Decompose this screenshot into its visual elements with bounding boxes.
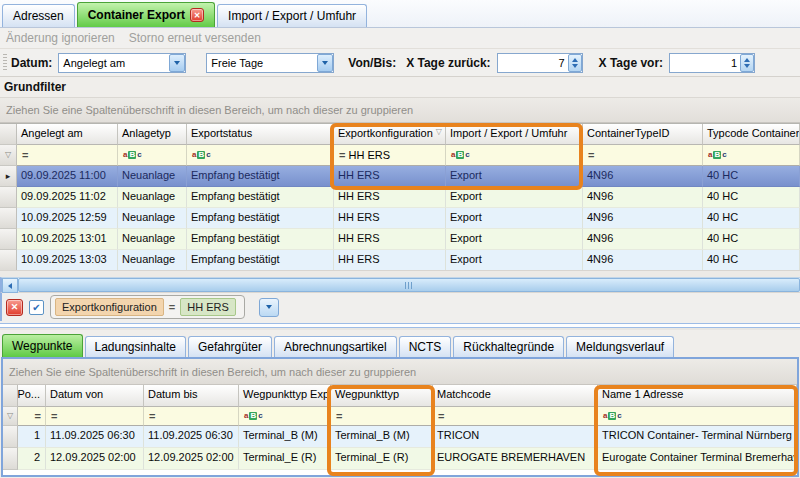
- filter-cell-datum-bis[interactable]: =: [144, 407, 239, 426]
- filter-cell-containertypeid[interactable]: =: [583, 145, 703, 166]
- combobox-value: Angelegt am: [59, 57, 169, 69]
- filter-row-indicator[interactable]: ▽: [3, 407, 18, 426]
- toolbar-grip-icon[interactable]: [3, 54, 7, 72]
- filter-chip[interactable]: Exportkonfiguration = HH ERS: [50, 295, 245, 319]
- filter-row: ▽ = aBc aBc =HH ERS aBc = aBc: [0, 145, 800, 166]
- tab-adressen[interactable]: Adressen: [2, 4, 75, 27]
- chevron-down-icon[interactable]: [317, 54, 333, 72]
- column-header-wegpunkttyp[interactable]: Wegpunkttyp: [331, 385, 433, 407]
- filter-cell-import-export-umfuhr[interactable]: aBc: [446, 145, 583, 166]
- table-row[interactable]: 1 11.09.2025 06:30 11.09.2025 06:30 Term…: [3, 426, 797, 448]
- tab-container-export[interactable]: Container Export ✕: [77, 2, 215, 27]
- cell: Terminal_B (M): [331, 426, 433, 448]
- row-indicator[interactable]: [0, 208, 17, 229]
- column-header-exportkonfiguration[interactable]: Exportkonfiguration▽: [334, 124, 446, 145]
- scroll-left-arrow-icon[interactable]: [2, 278, 18, 293]
- tage-vor-stepper[interactable]: 1: [669, 53, 755, 73]
- table-row[interactable]: 10.09.2025 13:01 Neuanlage Empfang bestä…: [0, 229, 800, 250]
- tab-gefahrgueter[interactable]: Gefahrgüter: [188, 336, 272, 357]
- cell: 12.09.2025 02:00: [46, 448, 144, 470]
- tab-label: Container Export: [88, 8, 185, 22]
- scrollbar-thumb[interactable]: [18, 278, 800, 292]
- tab-ladungsinhalte[interactable]: Ladungsinhalte: [85, 336, 186, 357]
- filter-chip-value[interactable]: HH ERS: [180, 298, 236, 316]
- grid-footer-space: [3, 470, 797, 475]
- filter-chip-field[interactable]: Exportkonfiguration: [55, 298, 164, 316]
- group-by-panel[interactable]: Ziehen Sie eine Spaltenüberschrift in di…: [0, 98, 800, 123]
- filter-cell-position[interactable]: =: [18, 407, 46, 426]
- datum-label: Datum:: [11, 56, 52, 70]
- cell: 40 HC: [703, 187, 800, 208]
- tab-ncts[interactable]: NCTS: [399, 336, 452, 357]
- funnel-icon: ▽: [5, 151, 11, 159]
- column-header-angelegt-am[interactable]: Angelegt am: [17, 124, 118, 145]
- column-header-containertypeid[interactable]: ContainerTypeID: [583, 124, 703, 145]
- spinner-icon[interactable]: [740, 54, 754, 72]
- filter-cell-datum-von[interactable]: =: [46, 407, 144, 426]
- column-header-datum-bis[interactable]: Datum bis: [144, 385, 239, 407]
- row-indicator[interactable]: [3, 448, 18, 470]
- tage-zurueck-stepper[interactable]: 7: [497, 53, 583, 73]
- tab-meldungsverlauf[interactable]: Meldungsverlauf: [566, 336, 674, 357]
- funnel-icon: ▽: [7, 412, 13, 420]
- table-row[interactable]: 10.09.2025 12:59 Neuanlage Empfang bestä…: [0, 208, 800, 229]
- filter-dropdown-button[interactable]: [259, 298, 279, 317]
- tab-import-export-umfuhr[interactable]: Import / Export / Umfuhr: [217, 4, 367, 27]
- filter-cell-typcode-container[interactable]: aBc: [703, 145, 800, 166]
- tab-wegpunkte[interactable]: Wegpunkte: [2, 334, 83, 357]
- menu-storno-erneut-versenden[interactable]: Storno erneut versenden: [129, 31, 261, 45]
- filter-cell-matchcode[interactable]: =: [433, 407, 598, 426]
- filter-funnel-icon[interactable]: ▽: [436, 127, 442, 136]
- column-header-typcode-container[interactable]: Typcode Container: [703, 124, 800, 145]
- tab-rueckhaltegruende[interactable]: Rückhaltegründe: [453, 336, 564, 357]
- column-header-matchcode[interactable]: Matchcode: [433, 385, 598, 407]
- filter-enabled-checkbox[interactable]: ✔: [29, 300, 44, 315]
- datum-combobox[interactable]: Angelegt am: [58, 53, 186, 73]
- filter-cell-exportkonfiguration[interactable]: =HH ERS: [334, 145, 446, 166]
- row-indicator[interactable]: [0, 250, 17, 270]
- table-row[interactable]: ▸ 09.09.2025 11:00 Neuanlage Empfang bes…: [0, 166, 800, 187]
- cell: Empfang bestätigt: [187, 166, 334, 187]
- filter-row-indicator[interactable]: ▽: [0, 145, 17, 166]
- row-indicator[interactable]: [0, 229, 17, 250]
- column-header-anlagetyp[interactable]: Anlagetyp: [118, 124, 187, 145]
- row-indicator[interactable]: [0, 187, 17, 208]
- detail-tabstrip: Wegpunkte Ladungsinhalte Gefahrgüter Abr…: [0, 330, 800, 357]
- table-row[interactable]: 2 12.09.2025 02:00 12.09.2025 02:00 Term…: [3, 448, 797, 470]
- horizontal-scrollbar[interactable]: [0, 277, 800, 292]
- cell: Empfang bestätigt: [187, 229, 334, 250]
- cell: HH ERS: [334, 166, 446, 187]
- column-header-wegpunkttyp-exp[interactable]: Wegpunkttyp Exp...: [239, 385, 331, 407]
- filter-cell-angelegt-am[interactable]: =: [17, 145, 118, 166]
- table-row[interactable]: 09.09.2025 11:02 Neuanlage Empfang bestä…: [0, 187, 800, 208]
- filter-cell-anlagetyp[interactable]: aBc: [118, 145, 187, 166]
- tab-label: Abrechnungsartikel: [284, 340, 387, 354]
- filter-cell-wegpunkttyp[interactable]: =: [331, 407, 433, 426]
- close-tab-icon[interactable]: ✕: [190, 8, 204, 22]
- row-indicator[interactable]: [3, 426, 18, 448]
- tab-label: Adressen: [13, 9, 64, 23]
- panel-splitter[interactable]: [0, 321, 800, 330]
- column-header-import-export-umfuhr[interactable]: Import / Export / Umfuhr: [446, 124, 583, 145]
- remove-filter-button[interactable]: ✕: [6, 299, 23, 316]
- tab-abrechnungsartikel[interactable]: Abrechnungsartikel: [274, 336, 397, 357]
- equals-filter-icon: =: [35, 410, 40, 422]
- menu-aenderung-ignorieren[interactable]: Änderung ignorieren: [6, 31, 115, 45]
- group-by-panel[interactable]: Ziehen Sie eine Spaltenüberschrift in di…: [3, 359, 797, 385]
- row-indicator[interactable]: ▸: [0, 166, 17, 187]
- column-header-position[interactable]: Po...: [18, 385, 46, 407]
- filter-cell-exportstatus[interactable]: aBc: [187, 145, 334, 166]
- filter-cell-name-1-adresse[interactable]: aBc: [598, 407, 797, 426]
- equals-filter-icon: =: [339, 149, 344, 161]
- column-label: Angelegt am: [21, 127, 83, 139]
- spinner-icon[interactable]: [568, 54, 582, 72]
- column-header-name-1-adresse[interactable]: Name 1 Adresse: [598, 385, 797, 407]
- table-row[interactable]: 10.09.2025 13:03 Neuanlage Empfang bestä…: [0, 250, 800, 270]
- container-export-window: Adressen Container Export ✕ Import / Exp…: [0, 0, 800, 478]
- column-header-exportstatus[interactable]: Exportstatus: [187, 124, 334, 145]
- grundfilter-section-header[interactable]: Grundfilter: [0, 77, 800, 98]
- filter-cell-wegpunkttyp-exp[interactable]: aBc: [239, 407, 331, 426]
- column-header-datum-von[interactable]: Datum von: [46, 385, 144, 407]
- chevron-down-icon[interactable]: [169, 54, 185, 72]
- zeitraum-combobox[interactable]: Freie Tage: [206, 53, 334, 73]
